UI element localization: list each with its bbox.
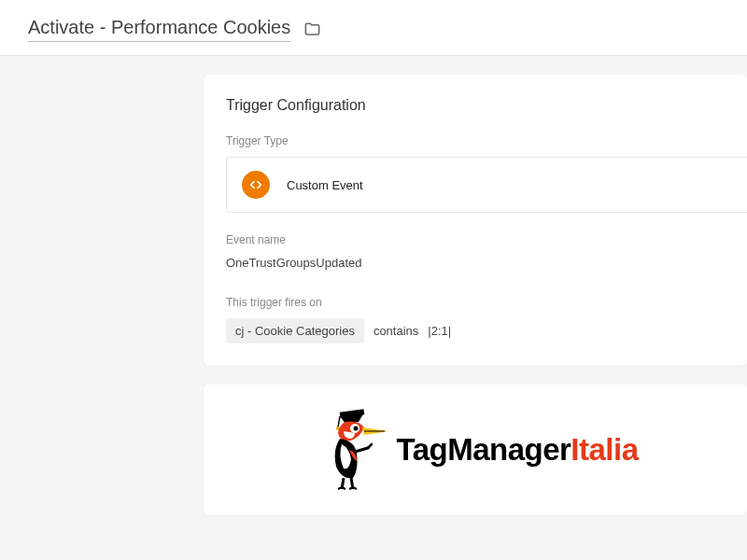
card-title: Trigger Configuration: [226, 97, 747, 114]
logo-text-main: TagManager: [396, 432, 571, 467]
trigger-type-selector[interactable]: Custom Event: [226, 157, 747, 213]
trigger-type-label: Trigger Type: [226, 134, 747, 147]
condition-operator: contains: [374, 324, 418, 338]
folder-icon[interactable]: [303, 21, 321, 38]
trigger-config-card: Trigger Configuration Trigger Type Custo…: [204, 75, 747, 366]
page-header: Activate - Performance Cookies: [0, 0, 747, 56]
condition-row: cj - Cookie Categories contains |2:1|: [226, 318, 747, 343]
logo-text-accent: Italia: [571, 432, 638, 467]
logo-text: TagManagerItalia: [396, 432, 638, 468]
fires-on-label: This trigger fires on: [226, 296, 747, 309]
event-name-label: Event name: [226, 233, 747, 246]
event-name-value: OneTrustGroupsUpdated: [226, 256, 747, 270]
svg-point-7: [354, 427, 359, 431]
logo-card: TagManagerItalia: [204, 385, 747, 515]
woodpecker-icon: [312, 403, 396, 497]
svg-line-2: [338, 416, 340, 427]
condition-variable-chip[interactable]: cj - Cookie Categories: [226, 318, 364, 343]
trigger-type-name: Custom Event: [287, 178, 363, 192]
custom-event-icon: [242, 171, 270, 199]
svg-line-10: [355, 448, 368, 452]
page-title[interactable]: Activate - Performance Cookies: [28, 17, 290, 42]
svg-line-11: [368, 444, 372, 448]
condition-value: |2:1|: [428, 324, 451, 338]
